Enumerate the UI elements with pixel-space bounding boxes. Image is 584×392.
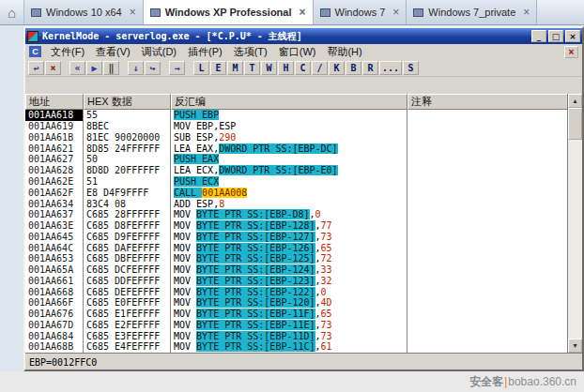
disasm-row[interactable]: 001AA653C685 DBFEFFFFMOV BYTE PTR SS:[EB…	[25, 253, 567, 264]
disassembly-grid: 地址HEX 数据反汇编注释 001AA61855PUSH EBP001AA619…	[25, 94, 567, 353]
vm-icon	[320, 8, 330, 17]
hex-cell: 50	[84, 154, 171, 165]
disasm-row[interactable]: 001AA668C685 DEFEFFFFMOV BYTE PTR SS:[EB…	[25, 286, 567, 297]
address-cell: 001AA627	[25, 154, 84, 165]
menu-item-view[interactable]: 查看(V)	[90, 45, 136, 59]
step-into-button[interactable]: ↓	[128, 61, 144, 75]
vm-tab-windows-7[interactable]: Windows 7×	[314, 0, 407, 24]
disasm-row[interactable]: 001AA676C685 E1FEFFFFMOV BYTE PTR SS:[EB…	[25, 309, 567, 320]
vm-tab-label: Windows 10 x64	[46, 7, 122, 18]
vertical-scrollbar[interactable]: ▲ ▼	[567, 94, 582, 353]
disasm-row[interactable]: 001AA63EC685 D8FEFFFFMOV BYTE PTR SS:[EB…	[25, 220, 567, 232]
disasm-cell: PUSH EAX	[171, 154, 407, 165]
menu-item-plugins[interactable]: 插件(P)	[182, 45, 228, 59]
disasm-row[interactable]: 001AA6288D8D 20FFFFFFLEA ECX,DWORD PTR S…	[25, 165, 567, 176]
address-cell: 001AA645	[25, 231, 84, 242]
minimize-button[interactable]: _	[531, 30, 546, 42]
memory-window-button[interactable]: M	[227, 61, 243, 75]
disasm-row[interactable]: 001AA661C685 DDFEFFFFMOV BYTE PTR SS:[EB…	[25, 275, 567, 286]
vm-tab-windows-10-x64[interactable]: Windows 10 x64×	[24, 0, 144, 24]
disasm-row[interactable]: 001AA63483C4 08ADD ESP,8	[25, 198, 567, 209]
scroll-up-icon[interactable]: ▲	[568, 94, 582, 108]
address-cell: 001AA668	[25, 286, 84, 297]
scroll-down-icon[interactable]: ▼	[568, 339, 582, 353]
open-file-button[interactable]: ↩	[28, 61, 44, 75]
disasm-cell: MOV BYTE PTR SS:[EBP-128],77	[171, 220, 407, 232]
maximize-button[interactable]: □	[548, 30, 563, 42]
disasm-row[interactable]: 001AA68BC685 E4FEFFFFMOV BYTE PTR SS:[EB…	[25, 341, 567, 353]
disasm-row[interactable]: 001AA67DC685 E2FEFFFFMOV BYTE PTR SS:[EB…	[25, 320, 567, 331]
vm-tab-windows-7-private[interactable]: Windows 7_private×	[407, 0, 537, 24]
mdi-close-button[interactable]: ×	[564, 46, 578, 58]
log-window-button[interactable]: L	[193, 61, 209, 75]
tab-close-icon[interactable]: ×	[392, 6, 399, 19]
comment-cell	[407, 121, 567, 132]
executables-window-button[interactable]: E	[210, 61, 226, 75]
hex-cell: C685 DEFEFFFF	[84, 286, 171, 297]
disasm-row[interactable]: 001AA684C685 E3FEFFFFMOV BYTE PTR SS:[EB…	[25, 330, 567, 341]
vm-icon	[413, 8, 423, 17]
disasm-row[interactable]: 001AA66FC685 E0FEFFFFMOV BYTE PTR SS:[EB…	[25, 297, 567, 309]
debugger-window: KernelMode - serverlog.exe - [*C.P.U* - …	[23, 26, 584, 371]
address-cell: 001AA676	[25, 309, 84, 320]
breakpoints-window-button[interactable]: B	[346, 61, 361, 75]
disasm-row[interactable]: 001AA61B81EC 90020000SUB ESP,290	[25, 132, 567, 143]
disasm-row[interactable]: 001AA64CC685 DAFEFFFFMOV BYTE PTR SS:[EB…	[25, 242, 567, 253]
info-pane: EBP=0012FFC0	[25, 354, 582, 369]
source-window-button[interactable]: S	[403, 61, 419, 75]
handles-window-button[interactable]: H	[278, 61, 294, 75]
close-button[interactable]: ×	[565, 30, 580, 42]
disasm-row[interactable]: 001AA62750PUSH EAX	[25, 154, 567, 165]
menu-items: 文件(F)查看(V)调试(D)插件(P)选项(T)窗口(W)帮助(H)	[45, 45, 368, 59]
comment-cell	[407, 330, 567, 341]
comment-cell	[407, 132, 567, 143]
step-over-button[interactable]: ↪	[145, 61, 161, 75]
comment-cell	[407, 341, 567, 353]
menu-item-window[interactable]: 窗口(W)	[273, 45, 322, 59]
hex-cell: 51	[84, 176, 171, 188]
vm-tab-windows-xp-professional[interactable]: Windows XP Professional×	[144, 0, 314, 24]
comment-cell	[407, 187, 567, 198]
disasm-row[interactable]: 001AA6218D85 24FFFFFFLEA EAX,DWORD PTR S…	[25, 143, 567, 154]
disasm-cell: CALL 001AA008	[171, 187, 407, 198]
scrollbar-thumb[interactable]	[568, 108, 582, 140]
run-button[interactable]: ▶	[86, 61, 102, 75]
close-program-button[interactable]: ×	[45, 61, 61, 75]
pause-button[interactable]: ‖	[103, 61, 119, 75]
run-trace-window-button[interactable]: ...	[379, 61, 402, 75]
restart-button[interactable]: «	[69, 61, 85, 75]
tab-close-icon[interactable]: ×	[130, 6, 136, 19]
hex-cell: C685 28FFFFFF	[84, 209, 171, 220]
disasm-row[interactable]: 001AA645C685 D9FEFFFFMOV BYTE PTR SS:[EB…	[25, 231, 567, 242]
tab-close-icon[interactable]: ×	[523, 6, 530, 19]
menu-item-help[interactable]: 帮助(H)	[321, 45, 367, 59]
address-cell: 001AA66F	[25, 297, 84, 309]
comment-cell	[407, 286, 567, 297]
vm-tabs: Windows 10 x64×Windows XP Professional×W…	[24, 0, 537, 24]
toolbar: ↩×«▶‖↓↪→LEMTWHC/KBR...S	[25, 59, 582, 77]
disasm-row[interactable]: 001AA65AC685 DCFEFFFFMOV BYTE PTR SS:[EB…	[25, 264, 567, 276]
menu-item-debug[interactable]: 调试(D)	[136, 45, 182, 59]
menu-item-file[interactable]: 文件(F)	[45, 45, 90, 59]
disasm-row[interactable]: 001AA62E51PUSH ECX	[25, 176, 567, 188]
cpu-window-button[interactable]: C	[295, 61, 311, 75]
address-cell: 001AA62F	[25, 187, 84, 198]
tab-close-icon[interactable]: ×	[300, 6, 306, 19]
goto-address-button[interactable]: →	[169, 61, 185, 75]
call-stack-window-button[interactable]: K	[329, 61, 345, 75]
home-icon[interactable]: ⌂	[0, 0, 24, 24]
disasm-cell: MOV BYTE PTR SS:[EBP-126],65	[171, 242, 407, 253]
references-window-button[interactable]: R	[362, 61, 378, 75]
disasm-row[interactable]: 001AA637C685 28FFFFFFMOV BYTE PTR SS:[EB…	[25, 209, 567, 220]
window-title: KernelMode - serverlog.exe - [*C.P.U* - …	[42, 30, 528, 43]
menu-item-options[interactable]: 选项(T)	[228, 45, 273, 59]
title-bar[interactable]: KernelMode - serverlog.exe - [*C.P.U* - …	[25, 28, 582, 44]
disasm-row[interactable]: 001AA62FE8 D4F9FFFFCALL 001AA008	[25, 187, 567, 198]
comment-cell	[407, 209, 567, 220]
disasm-row[interactable]: 001AA61855PUSH EBP	[25, 110, 567, 121]
threads-window-button[interactable]: T	[244, 61, 260, 75]
disasm-row[interactable]: 001AA6198BECMOV EBP,ESP	[25, 121, 567, 132]
windows-window-button[interactable]: W	[261, 61, 277, 75]
patches-window-button[interactable]: /	[312, 61, 328, 75]
address-cell: 001AA62E	[25, 176, 84, 188]
